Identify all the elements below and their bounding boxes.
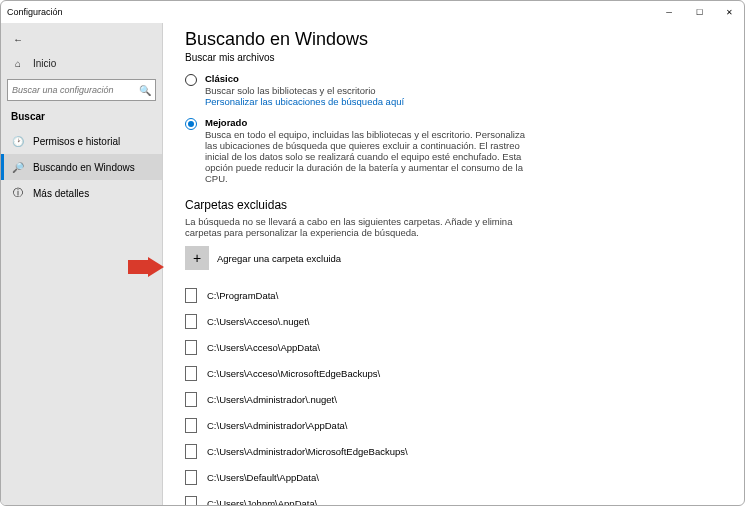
info-icon: ⓘ [11,186,25,200]
search-windows-icon: 🔎 [11,162,25,173]
home-label: Inicio [33,58,56,69]
sidebar-item-label: Permisos e historial [33,136,120,147]
back-icon: ← [11,34,25,45]
folder-icon [185,314,197,329]
folder-path: C:\Users\Acceso\MicrosoftEdgeBackups\ [207,368,380,379]
radio-option-clasico[interactable]: Clásico Buscar solo las bibliotecas y el… [185,73,722,107]
sidebar-item-label: Más detalles [33,188,89,199]
sidebar-section-label: Buscar [1,109,162,128]
sidebar-item-label: Buscando en Windows [33,162,135,173]
folder-path: C:\Users\Johnm\AppData\ [207,498,317,506]
page-title: Buscando en Windows [185,29,722,50]
radio-icon-selected [185,118,197,130]
close-button[interactable]: ✕ [714,1,744,23]
customize-locations-link[interactable]: Personalizar las ubicaciones de búsqueda… [205,96,404,107]
home-icon: ⌂ [11,58,25,69]
excluded-folder-row[interactable]: C:\Users\Acceso\MicrosoftEdgeBackups\ [185,360,722,386]
back-button[interactable]: ← [1,27,162,51]
excluded-folder-row[interactable]: C:\ProgramData\ [185,282,722,308]
folder-path: C:\Users\Acceso\AppData\ [207,342,320,353]
option-desc: Busca en todo el equipo, incluidas las b… [205,129,525,184]
excluded-heading: Carpetas excluidas [185,198,722,212]
radio-icon [185,74,197,86]
minimize-button[interactable]: ─ [654,1,684,23]
folder-path: C:\Users\Acceso\.nuget\ [207,316,309,327]
add-label: Agregar una carpeta excluida [217,253,341,264]
folder-icon [185,418,197,433]
folder-icon [185,340,197,355]
sidebar: ← ⌂ Inicio 🔍 Buscar 🕑 Permisos e histori… [1,23,163,505]
excluded-folder-row[interactable]: C:\Users\Acceso\AppData\ [185,334,722,360]
folder-icon [185,444,197,459]
excluded-desc: La búsqueda no se llevará a cabo en las … [185,216,525,238]
excluded-folder-row[interactable]: C:\Users\Administrador\AppData\ [185,412,722,438]
subheading: Buscar mis archivos [185,52,722,63]
folder-icon [185,366,197,381]
folder-icon [185,392,197,407]
maximize-button[interactable]: ☐ [684,1,714,23]
excluded-folder-row[interactable]: C:\Users\Administrador\MicrosoftEdgeBack… [185,438,722,464]
plus-icon: + [185,246,209,270]
sidebar-item-permisos[interactable]: 🕑 Permisos e historial [1,128,162,154]
titlebar: Configuración ─ ☐ ✕ [1,1,744,23]
search-icon: 🔍 [139,85,151,96]
history-icon: 🕑 [11,136,25,147]
search-input-wrapper[interactable]: 🔍 [7,79,156,101]
folder-icon [185,288,197,303]
content-area: Buscando en Windows Buscar mis archivos … [163,23,744,505]
folder-path: C:\Users\Administrador\.nuget\ [207,394,337,405]
option-title: Mejorado [205,117,525,128]
folder-path: C:\Users\Administrador\MicrosoftEdgeBack… [207,446,408,457]
option-title: Clásico [205,73,404,84]
search-input[interactable] [12,85,139,95]
sidebar-item-mas-detalles[interactable]: ⓘ Más detalles [1,180,162,206]
folder-icon [185,496,197,506]
excluded-folder-row[interactable]: C:\Users\Administrador\.nuget\ [185,386,722,412]
home-link[interactable]: ⌂ Inicio [1,51,162,75]
window-title: Configuración [7,7,63,17]
radio-option-mejorado[interactable]: Mejorado Busca en todo el equipo, inclui… [185,117,722,184]
folder-icon [185,470,197,485]
excluded-folder-row[interactable]: C:\Users\Acceso\.nuget\ [185,308,722,334]
folder-path: C:\Users\Administrador\AppData\ [207,420,347,431]
folder-path: C:\Users\Default\AppData\ [207,472,319,483]
folder-path: C:\ProgramData\ [207,290,278,301]
excluded-folder-row[interactable]: C:\Users\Default\AppData\ [185,464,722,490]
sidebar-item-buscando[interactable]: 🔎 Buscando en Windows [1,154,162,180]
excluded-folder-row[interactable]: C:\Users\Johnm\AppData\ [185,490,722,505]
add-excluded-folder[interactable]: + Agregar una carpeta excluida [185,246,722,270]
option-desc: Buscar solo las bibliotecas y el escrito… [205,85,404,96]
